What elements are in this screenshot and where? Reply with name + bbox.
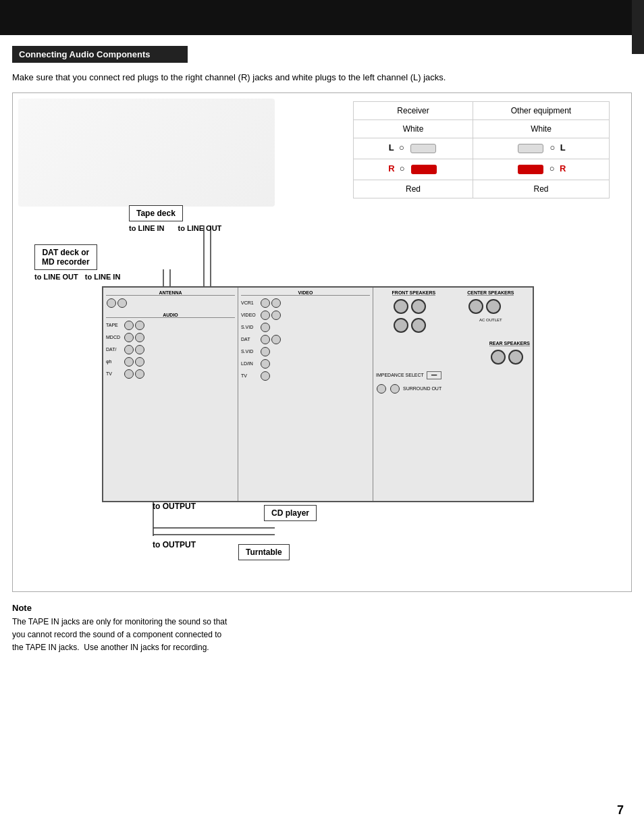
to-output-cd-label: to OUTPUT [153,502,196,511]
ac-outlet-label: AC OUTLET [467,318,514,322]
video-jacks-row2: VIDEO [241,310,370,321]
center-sp-1 [468,299,483,314]
dat-deck-label: DAT deck orMD recorder [34,244,97,270]
video-jacks-row5: S.VID [241,346,370,357]
surround-jack-1 [377,384,386,394]
jack-md-1 [124,333,134,342]
cd-player-text: CD player [271,508,309,518]
receiver-left-panel: ANTENNA AUDIO TAPE MDCD [103,288,238,501]
svideo2-label: S.VID [241,349,260,354]
jack-vcr1-1 [261,298,270,308]
vcr1-label: VCR1 [241,300,260,305]
jack-tv-1 [124,369,134,379]
red-label-2: Red [473,180,609,198]
receiver-center-panel: VIDEO VCR1 VIDEO S.VID [238,288,373,501]
channel-R-label-2: R [560,163,566,173]
white-label-2: White [473,119,609,138]
tape-deck-text: Tape deck [136,209,176,218]
cd-player-section: CD player [264,505,317,521]
page-tab [632,0,644,54]
jack-dat-2 [135,345,144,354]
front-speakers-label: FRONT SPEAKERS [392,290,436,296]
channel-R-label: R [388,163,394,173]
jack-dat2-2 [271,335,281,344]
audio-jacks-row3: DAT/ [106,344,235,355]
to-line-out-dat: to LINE OUT [34,273,78,281]
surround-jack-2 [390,384,400,394]
dat-deck-text: DAT deck orMD recorder [42,248,90,267]
video-label: VIDEO [241,290,370,296]
rear-sp-L [491,350,506,365]
faded-device-bg [18,99,275,207]
receiver-interior: ANTENNA AUDIO TAPE MDCD [103,288,533,501]
section-header: Connecting Audio Components [12,46,188,63]
page-number: 7 [617,803,624,817]
jack-circle-ant1 [107,298,116,308]
col2-header: Other equipment [473,101,609,119]
to-output-tt-label: to OUTPUT [153,540,196,549]
to-line-in-tape: to LINE IN [129,224,165,232]
jack-md-2 [135,333,144,342]
note-text: The TAPE IN jacks are only for monitorin… [12,616,632,655]
tv-label: TV [241,373,260,378]
front-sp-L2 [394,318,408,333]
jack-ph-1 [124,357,134,367]
rear-speakers-label: REAR SPEAKERS [489,341,530,346]
video-jacks-row6: LD/IN [241,358,370,369]
front-speaker-jacks-2 [392,317,436,334]
jack-vcr1-2 [271,298,281,308]
center-speakers-section: CENTER SPEAKERS AC OUTLET [467,290,514,336]
center-speakers-label: CENTER SPEAKERS [467,290,514,296]
impedance-switch: ━━ [427,371,441,379]
to-output-cd-text: to OUTPUT [153,502,196,511]
diagram-container: Receiver Other equipment White White L ○… [12,92,632,592]
jack-vdeo-1 [261,311,270,320]
center-sp-2 [486,299,501,314]
rear-speaker-jacks [489,348,530,366]
right-channel-row-other: ○ R [473,159,609,180]
white-plug-receiver-L [410,144,436,153]
audio-jacks-row1: TAPE [106,320,235,331]
jack-ld-1 [261,359,270,369]
note-title: Note [12,603,632,613]
jack-dat2-1 [261,335,270,344]
to-line-out-tape: to LINE OUT [178,224,222,232]
md-jack-label: MDCD [106,335,124,340]
surround-out-section: SURROUND OUT [376,383,530,394]
video-jacks-row4: DAT [241,334,370,345]
jack-circle-ant2 [117,298,127,308]
col1-header: Receiver [354,101,473,119]
jack-dat-1 [124,345,134,354]
white-label-1: White [354,119,473,138]
to-output-tt-text: to OUTPUT [153,540,196,549]
impedance-section: IMPEDANCE SELECT ━━ [376,371,530,379]
center-speaker-jacks [467,298,514,315]
right-channel-row-receiver: R ○ [354,159,473,180]
tv-jack-label-l: TV [106,371,124,376]
ld-label: LD/IN [241,361,260,366]
dat2-label: DAT [241,337,260,342]
rear-sp-R [508,350,523,365]
white-plug-other-L [518,144,543,153]
video-jacks-row1: VCR1 [241,298,370,309]
video-jacks-row7: TV [241,371,370,381]
section-title: Connecting Audio Components [19,49,151,59]
jack-tv2-1 [261,371,270,381]
surround-label: SURROUND OUT [403,386,441,391]
front-sp-R [411,299,426,314]
front-speaker-jacks [392,298,436,315]
antenna-label: ANTENNA [106,290,235,296]
impedance-label: IMPEDANCE SELECT [376,373,424,377]
receiver-right-panel: FRONT SPEAKERS CENTER SPEAKERS [373,288,533,501]
video-jacks-row3: S.VID [241,322,370,333]
channel-L-label-2: L [560,142,566,153]
equipment-area: Tape deck to LINE IN to LINE OUT DAT dec… [21,205,623,583]
speaker-headers: FRONT SPEAKERS CENTER SPEAKERS [376,290,530,336]
audio-jacks-row4: φh [106,356,235,367]
audio-jacks-row5: TV [106,369,235,379]
jack-ph-2 [135,357,144,367]
channel-L-label: L [389,142,394,153]
turntable-text: Turntable [246,547,282,557]
audio-label: AUDIO [106,313,235,318]
left-channel-row-other: ○ L [473,138,609,159]
